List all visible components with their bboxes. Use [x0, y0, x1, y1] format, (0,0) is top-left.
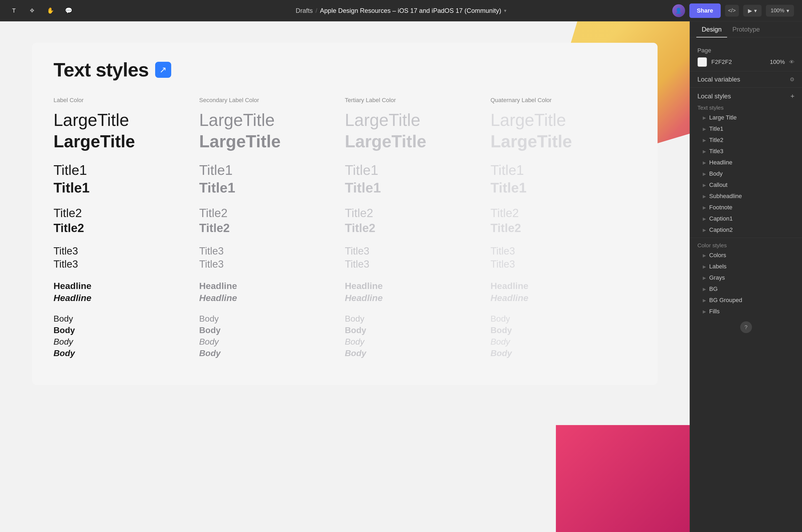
style-item-labels[interactable]: ▶ Labels: [692, 261, 800, 272]
breadcrumb-drafts[interactable]: Drafts: [296, 7, 313, 15]
text-row: Body Body Body Body: [54, 325, 636, 335]
page-title-row: Text styles ↗: [54, 59, 636, 81]
style-item-bg-grouped[interactable]: ▶ BG Grouped: [692, 294, 800, 306]
chevron-right-icon: ▶: [703, 171, 706, 176]
chevron-right-icon: ▶: [703, 216, 706, 221]
style-item-bg[interactable]: ▶ BG: [692, 283, 800, 294]
main-area: Text styles ↗ Label Color Secondary Labe…: [0, 21, 802, 532]
body-regular-quaternary: Body: [491, 314, 636, 324]
toolbar-tools: T ❖ ✋ 💬: [8, 5, 74, 17]
components-tool[interactable]: ❖: [26, 5, 38, 17]
title2-bold-label: Title2: [54, 221, 199, 235]
right-panel: Design Prototype Page F2F2F2 100% 👁 Loca…: [690, 21, 802, 532]
title3-medium-quaternary: Title3: [491, 259, 636, 270]
body-italic-tertiary: Body: [345, 337, 491, 347]
title-badge: ↗: [155, 62, 171, 78]
large-title-bold-quaternary: LargeTitle: [491, 132, 636, 151]
style-item-fills[interactable]: ▶ Fills: [692, 306, 800, 317]
headline-semibold-label: Headline: [54, 281, 199, 291]
tab-prototype[interactable]: Prototype: [727, 22, 765, 37]
title2-regular-quaternary: Title2: [491, 206, 636, 220]
style-item-title2[interactable]: ▶ Title2: [692, 134, 800, 146]
text-group-largetitle: LargeTitle LargeTitle LargeTitle LargeTi…: [54, 110, 636, 151]
style-name-headline: Headline: [709, 159, 732, 166]
chevron-right-icon: ▶: [703, 194, 706, 199]
style-item-colors[interactable]: ▶ Colors: [692, 250, 800, 261]
body-bold-italic-tertiary: Body: [345, 348, 491, 358]
tab-design[interactable]: Design: [696, 22, 727, 37]
large-title-bold-tertiary: LargeTitle: [345, 132, 491, 151]
canvas-background-decoration-2: [556, 425, 690, 532]
col-header-secondary: Secondary Label Color: [199, 97, 345, 104]
text-row: Title3 Title3 Title3 Title3: [54, 259, 636, 270]
headline-italic-secondary: Headline: [199, 293, 345, 303]
chevron-down-icon[interactable]: ▾: [504, 8, 506, 14]
style-item-title1[interactable]: ▶ Title1: [692, 123, 800, 134]
external-link-icon: ↗: [160, 65, 167, 75]
play-button[interactable]: ▶ ▾: [743, 5, 762, 17]
style-item-footnote[interactable]: ▶ Footnote: [692, 202, 800, 213]
chevron-right-icon: ▶: [703, 183, 706, 188]
body-regular-secondary: Body: [199, 314, 345, 324]
text-row: LargeTitle LargeTitle LargeTitle LargeTi…: [54, 132, 636, 151]
style-item-large-title[interactable]: ▶ Large Title: [692, 112, 800, 123]
chevron-right-icon: ▶: [703, 149, 706, 154]
text-group-title3: Title3 Title3 Title3 Title3 Title3 Title…: [54, 245, 636, 270]
title2-bold-secondary: Title2: [199, 221, 345, 235]
panel-content[interactable]: Page F2F2F2 100% 👁 Local variables ⚙ Loc…: [690, 37, 802, 532]
title3-medium-secondary: Title3: [199, 259, 345, 270]
page-color-swatch[interactable]: [697, 57, 707, 67]
breadcrumb-title[interactable]: Apple Design Resources – iOS 17 and iPad…: [320, 7, 501, 15]
body-italic-label: Body: [54, 337, 199, 347]
style-item-callout[interactable]: ▶ Callout: [692, 179, 800, 191]
canvas[interactable]: Text styles ↗ Label Color Secondary Labe…: [0, 21, 690, 532]
help-button[interactable]: ?: [740, 321, 752, 333]
share-button[interactable]: Share: [689, 3, 721, 18]
section-divider: [690, 238, 802, 238]
chevron-right-icon: ▶: [703, 253, 706, 258]
body-regular-tertiary: Body: [345, 314, 491, 324]
body-bold-italic-label: Body: [54, 348, 199, 358]
style-item-title3[interactable]: ▶ Title3: [692, 146, 800, 157]
style-item-body[interactable]: ▶ Body: [692, 168, 800, 179]
large-title-regular-tertiary: LargeTitle: [345, 110, 491, 130]
headline-italic-quaternary: Headline: [491, 293, 636, 303]
style-name-fills: Fills: [709, 308, 719, 315]
hand-tool[interactable]: ✋: [44, 5, 56, 17]
title2-regular-tertiary: Title2: [345, 206, 491, 220]
chevron-right-icon: ▶: [703, 298, 706, 303]
style-name-large-title: Large Title: [709, 114, 737, 121]
style-name-subheadline: Subheadline: [709, 193, 742, 200]
title3-regular-label: Title3: [54, 245, 199, 257]
style-item-caption2[interactable]: ▶ Caption2: [692, 224, 800, 235]
style-item-grays[interactable]: ▶ Grays: [692, 272, 800, 283]
text-group-title1: Title1 Title1 Title1 Title1 Title1 Title…: [54, 162, 636, 196]
text-tool[interactable]: T: [8, 5, 20, 17]
body-bold-italic-quaternary: Body: [491, 348, 636, 358]
chevron-right-icon: ▶: [703, 115, 706, 120]
headline-italic-label: Headline: [54, 293, 199, 303]
chevron-right-icon: ▶: [703, 276, 706, 281]
avatar[interactable]: 👤: [672, 4, 685, 17]
style-item-caption1[interactable]: ▶ Caption1: [692, 213, 800, 224]
column-headers: Label Color Secondary Label Color Tertia…: [54, 97, 636, 104]
title1-regular-secondary: Title1: [199, 162, 345, 178]
zoom-button[interactable]: 100% ▾: [766, 5, 794, 17]
comment-tool[interactable]: 💬: [62, 5, 74, 17]
topbar: T ❖ ✋ 💬 Drafts / Apple Design Resources …: [0, 0, 802, 21]
title1-bold-secondary: Title1: [199, 179, 345, 196]
large-title-bold-label: LargeTitle: [54, 132, 199, 151]
chevron-right-icon: ▶: [703, 287, 706, 292]
text-row: Title2 Title2 Title2 Title2: [54, 206, 636, 220]
variables-icon[interactable]: ⚙: [790, 76, 795, 82]
add-style-icon[interactable]: +: [790, 92, 795, 100]
code-icon-button[interactable]: </>: [725, 5, 739, 17]
title3-medium-tertiary: Title3: [345, 259, 491, 270]
title2-bold-tertiary: Title2: [345, 221, 491, 235]
style-item-headline[interactable]: ▶ Headline: [692, 157, 800, 168]
text-group-body: Body Body Body Body Body Body Body Body …: [54, 314, 636, 358]
title3-regular-tertiary: Title3: [345, 245, 491, 257]
visibility-icon[interactable]: 👁: [789, 59, 795, 65]
page-color-opacity: 100%: [770, 59, 785, 65]
style-item-subheadline[interactable]: ▶ Subheadline: [692, 191, 800, 202]
